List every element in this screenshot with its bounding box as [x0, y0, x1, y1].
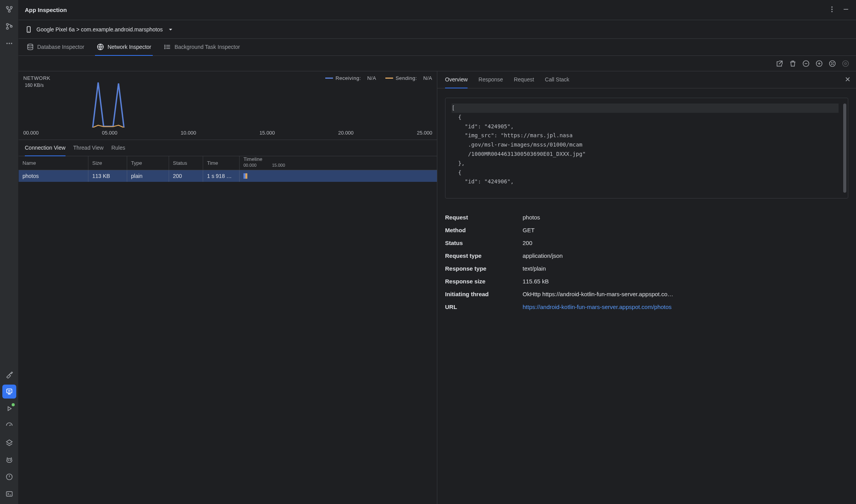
col-timeline[interactable]: Timeline 00.000 15.000 [240, 156, 437, 170]
export-icon[interactable] [775, 59, 784, 68]
detail-tabs: Overview Response Request Call Stack ✕ [437, 71, 856, 88]
zoom-out-icon[interactable] [802, 59, 810, 68]
chart-svg [25, 81, 432, 128]
svg-point-24 [28, 44, 33, 46]
svg-marker-12 [8, 407, 11, 411]
detail-pane: Overview Response Request Call Stack ✕ [… [437, 71, 856, 504]
tab-label: Background Task Inspector [174, 44, 240, 50]
svg-point-37 [830, 60, 835, 66]
git-icon[interactable] [2, 19, 16, 33]
table-header: Name Size Type Status Time Timeline 00.0… [19, 156, 437, 170]
svg-point-20 [831, 11, 832, 12]
timeline-bar [243, 173, 247, 179]
svg-point-8 [11, 43, 12, 44]
svg-point-31 [165, 48, 166, 49]
svg-point-2 [8, 10, 10, 12]
kebab-icon[interactable] [828, 5, 836, 14]
reset-icon[interactable] [841, 59, 850, 68]
col-name[interactable]: Name [19, 156, 88, 170]
panel-title: App Inspection [25, 7, 67, 13]
tab-thread-view[interactable]: Thread View [73, 140, 104, 156]
trash-icon[interactable] [789, 59, 797, 68]
svg-point-39 [845, 62, 847, 64]
svg-point-14 [8, 460, 9, 461]
response-preview[interactable]: [ { "id": "424905", "img_src": "https://… [445, 98, 848, 198]
breadcrumb-text: Google Pixel 6a > com.example.android.ma… [36, 26, 163, 33]
legend-sending: Sending: N/A [385, 75, 432, 81]
chart-title: NETWORK [23, 75, 50, 81]
view-tabs: Connection View Thread View Rules [19, 140, 437, 156]
svg-point-6 [6, 43, 7, 44]
tab-label: Network Inspector [107, 44, 151, 50]
profiler-icon[interactable] [2, 419, 16, 433]
logcat-icon[interactable] [2, 453, 16, 467]
col-type[interactable]: Type [127, 156, 169, 170]
more-icon[interactable] [2, 36, 16, 50]
svg-point-7 [9, 43, 10, 44]
svg-point-10 [8, 391, 9, 392]
svg-point-19 [831, 9, 832, 10]
table-row[interactable]: photos 113 KB plain 200 1 s 918 … [19, 170, 437, 182]
svg-rect-17 [6, 492, 12, 496]
database-icon [26, 43, 34, 51]
globe-icon [97, 43, 104, 51]
xaxis: 00.000 05.000 10.000 15.000 20.000 25.00… [23, 128, 432, 140]
tab-overview[interactable]: Overview [445, 71, 468, 88]
zoom-in-icon[interactable] [815, 59, 823, 68]
tab-network-inspector[interactable]: Network Inspector [95, 39, 153, 56]
overview-details: Requestphotos MethodGET Status200 Reques… [437, 208, 856, 316]
svg-point-30 [165, 47, 166, 47]
svg-point-3 [6, 24, 8, 26]
url-link[interactable]: https://android-kotlin-fun-mars-server.a… [523, 304, 848, 310]
minimize-icon[interactable] [842, 5, 850, 14]
svg-rect-13 [7, 459, 12, 463]
paint-icon[interactable] [2, 368, 16, 381]
app-inspection-icon[interactable] [2, 385, 16, 399]
tab-response[interactable]: Response [478, 71, 503, 88]
titlebar: App Inspection [19, 0, 856, 20]
close-icon[interactable]: ✕ [845, 75, 851, 84]
app-quality-icon[interactable] [2, 436, 16, 450]
svg-point-38 [843, 60, 849, 66]
tab-rules[interactable]: Rules [111, 140, 125, 156]
col-size[interactable]: Size [88, 156, 127, 170]
inspector-tabs: Database Inspector Network Inspector Bac… [19, 39, 856, 56]
fit-icon[interactable] [828, 59, 837, 68]
run-icon[interactable] [2, 402, 16, 416]
timeline-pane: NETWORK Receiving: N/A Sending: N/A [19, 71, 437, 504]
tab-background-task-inspector[interactable]: Background Task Inspector [162, 39, 242, 56]
list-icon [164, 43, 171, 51]
col-time[interactable]: Time [203, 156, 240, 170]
network-chart: NETWORK Receiving: N/A Sending: N/A [19, 71, 437, 140]
terminal-icon[interactable] [2, 487, 16, 501]
device-selector[interactable]: Google Pixel 6a > com.example.android.ma… [19, 20, 856, 39]
tab-database-inspector[interactable]: Database Inspector [25, 39, 86, 56]
tab-label: Database Inspector [37, 44, 84, 50]
tab-connection-view[interactable]: Connection View [25, 140, 66, 156]
tab-call-stack[interactable]: Call Stack [545, 71, 570, 88]
svg-point-0 [6, 7, 8, 9]
svg-point-18 [831, 7, 832, 8]
svg-point-11 [9, 391, 10, 392]
structure-icon[interactable] [2, 2, 16, 16]
tab-request[interactable]: Request [514, 71, 534, 88]
svg-point-29 [165, 45, 166, 46]
phone-icon [25, 26, 33, 33]
chevron-down-icon [167, 26, 174, 33]
svg-point-1 [10, 7, 12, 9]
legend-receiving: Receiving: N/A [325, 75, 376, 81]
content-split: NETWORK Receiving: N/A Sending: N/A [19, 71, 856, 504]
main-area: App Inspection Google Pixel 6a > com.exa… [19, 0, 856, 504]
toolbar [19, 56, 856, 71]
svg-point-4 [6, 28, 8, 29]
col-status[interactable]: Status [169, 156, 203, 170]
problems-icon[interactable] [2, 470, 16, 484]
left-tool-rail [0, 0, 19, 504]
svg-point-15 [10, 460, 10, 461]
